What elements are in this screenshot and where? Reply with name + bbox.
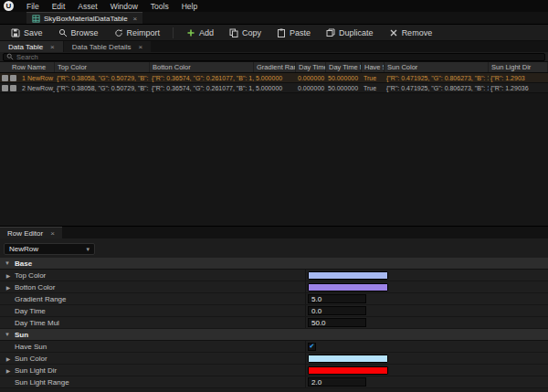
day-time-mul-input[interactable] [308,318,366,327]
property-row-sun-light-dir: ▶ Sun Light Dir [0,365,548,376]
menu-asset[interactable]: Asset [71,0,103,12]
cell-sun-light-dir: {"R": 1.2903 [489,73,548,82]
column-header-row-name[interactable]: Row Name [0,62,55,72]
row-editor-panel: NewRow ▾ ▼ Base ▶ Top Color ▶ [0,238,548,392]
section-sun[interactable]: ▼ Sun [0,329,548,341]
save-button[interactable]: Save [5,26,49,39]
column-header-sun-color[interactable]: Sun Color [385,62,489,72]
tab-row-editor[interactable]: Row Editor × [0,227,62,238]
column-header-sun-light-dir[interactable]: Sun Light Dir [489,62,548,72]
menu-tools[interactable]: Tools [144,0,175,12]
toolbar: Save Browse Reimport Add Copy [0,25,548,41]
property-label-cell: Have Sun [0,341,306,352]
tab-data-table-details[interactable]: Data Table Details × [64,41,151,52]
column-header-day-time[interactable]: Day Time [296,62,326,72]
reimport-button[interactable]: Reimport [108,26,167,39]
column-header-gradient-range[interactable]: Gradient Range [254,62,296,72]
table-row[interactable]: 2 NewRow_0 {"R": 0.38058, "G": 0.50729, … [0,83,548,93]
tab-data-table[interactable]: Data Table × [0,41,63,52]
cell-botton-color: {"R": 0.36574, "G": 0.261077, "B": 1, "A… [150,83,254,92]
day-time-input[interactable] [308,306,366,315]
copy-label: Copy [242,28,261,37]
expander-icon[interactable]: ▶ [5,355,12,362]
copy-button[interactable]: Copy [223,26,268,39]
sun-light-range-input[interactable] [308,377,366,387]
property-label-cell: Day Time [0,305,306,316]
row-index: 1 [18,75,26,81]
top-color-label: Top Color [15,271,46,280]
sun-light-range-label: Sun Light Range [15,378,69,387]
expander-icon[interactable]: ▶ [5,272,12,279]
column-header-top-color[interactable]: Top Color [55,62,150,72]
row-grip-icon[interactable] [10,75,16,81]
chevron-expanded-icon[interactable]: ▼ [5,332,10,337]
property-list: ▼ Base ▶ Top Color ▶ Botton Color [0,258,548,388]
table-row[interactable]: 1 NewRow {"R": 0.38058, "G": 0.50729, "B… [0,73,548,83]
cell-gradient-range: 5.000000 [254,83,296,92]
menu-file[interactable]: File [20,0,46,12]
expander-icon[interactable]: ▶ [5,284,12,291]
property-value-cell: ✔ [306,341,548,352]
row-select-dropdown[interactable]: NewRow ▾ [4,243,95,255]
remove-label: Remove [402,28,433,37]
duplicate-label: Duplicate [339,28,374,37]
chevron-expanded-icon[interactable]: ▼ [5,260,10,266]
close-icon[interactable]: × [50,229,55,238]
check-icon: ✔ [310,343,315,350]
close-icon[interactable]: × [139,43,143,51]
chevron-down-icon: ▾ [86,246,90,253]
menu-help[interactable]: Help [175,0,204,12]
sun-color-swatch[interactable] [308,355,388,363]
column-header-day-time-mul[interactable]: Day Time Mul [326,62,362,72]
property-row-day-time: Day Time [0,305,548,317]
remove-button[interactable]: Remove [383,26,439,39]
cell-day-time-mul: 50.000000 [326,83,362,92]
property-row-top-color: ▶ Top Color [0,270,548,281]
search-bar [0,52,548,62]
cell-sun-color: {"R": 0.471925, "G": 0.806273, "B": 1, "… [385,83,489,92]
cell-sun-color: {"R": 0.471925, "G": 0.806273, "B": 1, "… [385,73,489,82]
sun-light-dir-swatch[interactable] [308,366,388,375]
property-label-cell: Sun Light Range [0,376,306,387]
copy-icon [229,28,238,37]
property-label-cell: ▶ Top Color [0,270,306,281]
expander-icon[interactable]: ▶ [5,367,12,374]
gradient-range-label: Gradient Range [15,295,66,303]
property-value-cell [306,293,548,304]
row-grip-icon[interactable] [2,85,8,91]
row-grip-icon[interactable] [2,75,8,81]
sun-color-label: Sun Color [15,355,47,363]
day-time-label: Day Time [15,307,46,315]
row-name-cell: 2 NewRow_0 [0,83,55,92]
close-icon[interactable]: × [133,15,138,23]
botton-color-swatch[interactable] [308,283,388,291]
search-input[interactable] [16,53,542,61]
save-icon [11,28,20,37]
section-base[interactable]: ▼ Base [0,258,548,270]
cell-top-color: {"R": 0.38058, "G": 0.50729, "B": 1, "A"… [55,73,150,82]
clipboard-icon [277,28,286,37]
property-row-have-sun: Have Sun ✔ [0,341,548,353]
top-color-swatch[interactable] [308,271,388,280]
menu-window[interactable]: Window [104,0,144,12]
cell-day-time-mul: 50.000000 [326,73,362,82]
row-index: 2 [18,85,26,91]
column-header-have-sun[interactable]: Have Sun [362,62,385,72]
property-row-sun-light-range: Sun Light Range [0,376,548,388]
menu-edit[interactable]: Edit [46,0,72,12]
paste-button[interactable]: Paste [270,26,317,39]
selected-row-value: NewRow [9,245,38,253]
column-header-botton-color[interactable]: Botton Color [150,62,254,72]
close-icon[interactable]: × [50,43,55,51]
asset-tab-skyboxmaterialdatatable[interactable]: SkyBoxMaterialDataTable × [26,12,142,24]
row-name: NewRow [27,75,53,81]
row-grip-icon[interactable] [10,85,16,91]
gradient-range-input[interactable] [308,294,366,303]
asset-tab-label: SkyBoxMaterialDataTable [44,15,128,23]
row-name-cell: 1 NewRow [0,73,55,82]
have-sun-checkbox[interactable]: ✔ [308,343,316,351]
add-row-button[interactable]: Add [180,26,220,39]
browse-button[interactable]: Browse [52,26,105,39]
property-row-gradient-range: Gradient Range [0,293,548,305]
duplicate-button[interactable]: Duplicate [320,26,380,39]
